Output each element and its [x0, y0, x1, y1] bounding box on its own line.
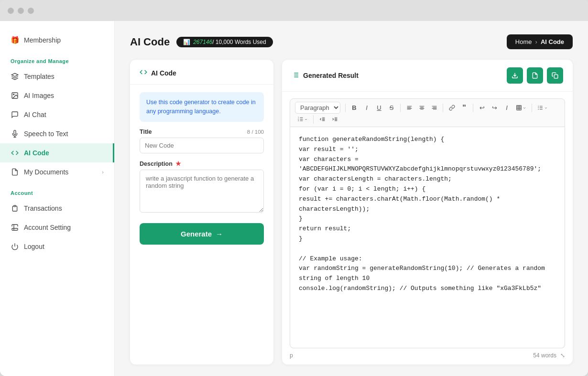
paragraph-select[interactable]: Paragraph [295, 102, 340, 114]
breadcrumb-home[interactable]: Home [515, 38, 532, 45]
list-icon [292, 71, 299, 80]
chevron-right-icon: › [102, 169, 104, 175]
sidebar-item-ai-images[interactable]: AI Images [0, 86, 114, 105]
card-header-label: AI Code [151, 69, 176, 77]
title-char-count: 8 / 100 [247, 129, 264, 135]
sidebar-item-label: Transactions [24, 204, 62, 212]
redo-button[interactable]: ↪ [489, 103, 500, 113]
main-header: AI Code 📊 267146/ 10,000 Words Used Home… [130, 34, 573, 49]
svg-point-32 [538, 107, 539, 108]
gift-icon: 🎁 [11, 36, 19, 44]
generate-button[interactable]: Generate → [140, 223, 264, 245]
ordered-list-button[interactable]: 123 [295, 115, 310, 124]
titlebar-dot-1 [8, 8, 14, 14]
sidebar-item-logout[interactable]: Logout [0, 237, 114, 256]
code-output[interactable]: function generateRandomString(length) { … [290, 127, 565, 348]
sidebar-item-membership[interactable]: 🎁 Membership [0, 31, 114, 50]
bullet-list-button[interactable] [535, 103, 550, 112]
page-title: AI Code [130, 36, 170, 48]
italic-button[interactable]: I [361, 103, 372, 113]
breadcrumb: Home › AI Code [507, 34, 573, 49]
editor-toolbar: Paragraph B I U S [290, 98, 565, 127]
underline-button[interactable]: U [373, 103, 385, 113]
settings-icon [11, 223, 19, 232]
result-title: Generated Result [292, 71, 359, 80]
align-right-button[interactable] [428, 103, 440, 112]
align-center-button[interactable] [416, 103, 427, 112]
description-input[interactable] [140, 170, 264, 213]
result-label: Generated Result [303, 72, 359, 79]
svg-point-33 [538, 109, 539, 110]
info-text: Use this code generator to create code i… [146, 99, 256, 115]
receipt-icon [11, 204, 19, 213]
sidebar-item-label: Logout [24, 243, 44, 250]
chat-icon [11, 110, 19, 119]
toolbar-separator-4 [473, 104, 473, 112]
words-used-count: 267146/ 10,000 Words Used [193, 39, 266, 45]
italic2-button[interactable]: I [501, 103, 512, 113]
svg-rect-27 [517, 106, 522, 110]
sidebar-item-templates[interactable]: Templates [0, 67, 114, 86]
breadcrumb-separator: › [535, 38, 537, 45]
strikethrough-button[interactable]: S [386, 103, 397, 113]
sidebar-item-ai-chat[interactable]: AI Chat [0, 105, 114, 124]
info-box: Use this code generator to create code i… [140, 92, 264, 122]
copy-button[interactable] [547, 67, 563, 84]
title-row: AI Code 📊 267146/ 10,000 Words Used [130, 36, 273, 48]
title-field-label: Title 8 / 100 [140, 129, 264, 135]
sidebar-item-speech-to-text[interactable]: Speech to Text [0, 124, 114, 143]
svg-rect-5 [14, 205, 16, 207]
editor-area: Paragraph B I U S [282, 92, 573, 348]
document-icon [11, 168, 19, 176]
link-button[interactable] [446, 103, 457, 112]
section-label-account: Account [0, 182, 114, 199]
outdent-button[interactable] [316, 115, 328, 124]
mic-icon [11, 129, 19, 138]
sidebar-item-label: My Documents [24, 168, 68, 176]
editor-footer: p 54 words ⤡ [282, 348, 573, 365]
words-badge: 📊 267146/ 10,000 Words Used [176, 37, 273, 47]
toolbar-separator-2 [400, 104, 401, 112]
svg-point-2 [13, 94, 14, 95]
svg-point-31 [538, 106, 539, 107]
sidebar-item-label: AI Images [24, 92, 54, 99]
sidebar-item-account-setting[interactable]: Account Setting [0, 218, 114, 237]
table-button[interactable] [513, 103, 529, 112]
description-field-group: Description ★ [140, 160, 264, 215]
sidebar-item-label: Membership [24, 36, 61, 44]
svg-text:3: 3 [298, 120, 299, 122]
sidebar-item-my-documents[interactable]: My Documents › [0, 162, 114, 182]
layers-icon [11, 72, 19, 81]
app-window: 🎁 Membership Organize and Manage Templat… [0, 0, 588, 376]
sidebar: 🎁 Membership Organize and Manage Templat… [0, 21, 115, 376]
title-field-group: Title 8 / 100 [140, 129, 264, 153]
titlebar-dot-3 [28, 8, 34, 14]
image-icon [11, 91, 19, 100]
required-star: ★ [174, 161, 181, 167]
result-card: Generated Result [282, 60, 573, 365]
title-input[interactable] [140, 138, 264, 153]
power-icon [11, 242, 19, 251]
svg-marker-0 [11, 73, 18, 76]
app-body: 🎁 Membership Organize and Manage Templat… [0, 21, 588, 376]
align-left-button[interactable] [403, 103, 415, 112]
titlebar [0, 0, 588, 21]
paragraph-indicator: p [290, 352, 293, 359]
card-body: Title 8 / 100 Description ★ [130, 122, 273, 365]
blockquote-button[interactable]: " [458, 102, 470, 114]
download-button[interactable] [507, 67, 523, 84]
copy-doc-button[interactable] [527, 67, 543, 84]
sidebar-item-label: Speech to Text [24, 130, 68, 138]
titlebar-dot-2 [18, 8, 24, 14]
resize-icon: ⤡ [560, 352, 565, 359]
sidebar-item-ai-code[interactable]: AI Code [0, 143, 114, 162]
sidebar-item-transactions[interactable]: Transactions [0, 199, 114, 218]
breadcrumb-current: AI Code [541, 38, 564, 45]
ai-code-input-card: AI Code Use this code generator to creat… [130, 60, 273, 365]
section-label-organize: Organize and Manage [0, 50, 114, 67]
bold-button[interactable]: B [348, 103, 360, 113]
undo-button[interactable]: ↩ [476, 103, 488, 113]
sidebar-item-label: Templates [24, 73, 54, 80]
indent-button[interactable] [329, 115, 340, 124]
toolbar-separator-6 [313, 115, 314, 124]
